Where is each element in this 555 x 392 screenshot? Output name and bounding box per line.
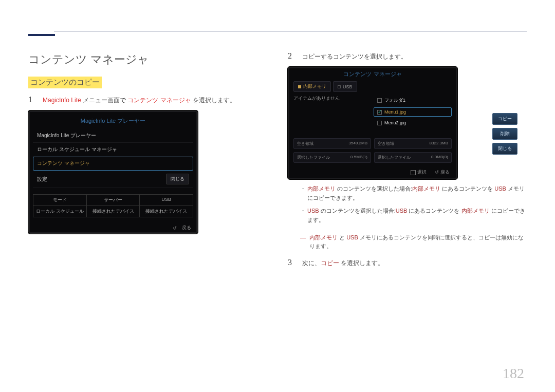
mock1-title: MagicInfo Lite プレーヤー	[33, 114, 193, 129]
mock1-row-content-manager: コンテンツ マネージャ	[33, 157, 193, 171]
mock1-footer: ↻ 戻る	[29, 221, 197, 233]
mock1-subtabs: ローカル スケジュール 接続されたデバイス 接続されたデバイス	[33, 206, 193, 217]
right-column: 2 コピーするコンテンツを選択します。 コンテンツ マネージャ 内部メモリ US…	[288, 52, 527, 273]
header-rule	[54, 31, 527, 31]
mock2-close-button: 閉じる	[492, 143, 517, 155]
return-icon: ↻	[173, 226, 177, 231]
mock2-tab-usb: USB	[333, 81, 357, 92]
mock1-tab-mode: モード	[33, 195, 87, 206]
mock1-row-schedule: ローカル スケジュール マネージャ	[33, 143, 193, 157]
select-icon	[411, 170, 416, 175]
mock2-left-pane: アイテムがありません	[293, 95, 372, 136]
mock2-right-pane: フォルダ1 Menu1.jpg Menu2.jpg	[374, 95, 452, 136]
kw-content-manager: コンテンツ マネージャ	[127, 97, 191, 104]
checkbox-icon	[377, 98, 382, 103]
mock2-title: コンテンツ マネージャ	[288, 67, 457, 81]
mock1-row-settings: 設定 閉じる	[33, 171, 193, 188]
mock1-tabs: モード サーバー USB	[33, 194, 193, 206]
mock1-row-player: MagicInfo Lite プレーヤー	[33, 129, 193, 143]
mock1-close-button: 閉じる	[166, 174, 189, 184]
page-title: コンテンツ マネージャ	[28, 52, 267, 67]
step-number: 1	[28, 96, 35, 104]
mock-screenshot-player: MagicInfo Lite プレーヤー MagicInfo Lite プレーヤ…	[28, 110, 198, 234]
step-text: MagicInfo Lite メニュー画面で コンテンツ マネージャ を選択しま…	[43, 96, 236, 105]
step-text: コピーするコンテンツを選択します。	[302, 52, 407, 62]
mock2-footer: 選択 ↻ 戻る	[288, 166, 457, 179]
mock1-tab-usb: USB	[140, 195, 193, 206]
mock2-delete-button: 削除	[492, 128, 517, 140]
notes-list: 内部メモリ のコンテンツを選択した場合:内部メモリ にあるコンテンツを USB …	[300, 184, 527, 225]
step-2: 2 コピーするコンテンツを選択します。	[288, 52, 527, 62]
page-number: 182	[503, 365, 524, 382]
step-1: 1 MagicInfo Lite メニュー画面で コンテンツ マネージャ を選択…	[28, 96, 267, 105]
left-column: コンテンツ マネージャ コンテンツのコピー 1 MagicInfo Lite メ…	[28, 52, 267, 273]
mock2-sel2: 選択したファイル0.0MB(0)	[374, 152, 452, 163]
mock2-file2: Menu2.jpg	[374, 118, 452, 127]
mock2-free2: 空き領域8322.3MB	[374, 138, 452, 149]
step-3: 3 次に、コピー を選択します。	[288, 258, 527, 268]
note-internal: 内部メモリ のコンテンツを選択した場合:内部メモリ にあるコンテンツを USB …	[300, 184, 527, 202]
dash-note: 内部メモリ と USB メモリにあるコンテンツを同時に選択すると、コピーは無効に…	[300, 233, 527, 251]
mock2-copy-button: コピー	[492, 113, 517, 125]
mock1-sub-local: ローカル スケジュール	[33, 206, 87, 217]
mock2-side-buttons: コピー 削除 閉じる	[492, 113, 517, 155]
return-icon: ↻	[435, 170, 439, 175]
mock2-tab-internal: 内部メモリ	[293, 81, 331, 92]
header-accent	[28, 26, 55, 36]
mock1-sub-dev1: 接続されたデバイス	[87, 206, 140, 217]
checkbox-icon	[377, 110, 382, 115]
radio-icon	[298, 85, 301, 88]
note-usb: USB のコンテンツを選択した場合:USB にあるコンテンツを 内部メモリ にコ…	[300, 207, 527, 225]
step-number: 3	[288, 258, 295, 267]
section-subhead: コンテンツのコピー	[28, 77, 102, 88]
kw-magicinfo: MagicInfo Lite	[43, 97, 81, 104]
checkbox-icon	[377, 121, 382, 125]
mock1-tab-server: サーバー	[87, 195, 140, 206]
mock2-file1: Menu1.jpg	[374, 107, 452, 117]
mock2-sel1: 選択したファイル0.5MB(1)	[293, 152, 371, 163]
mock1-sub-dev2: 接続されたデバイス	[140, 206, 193, 217]
step-text: 次に、コピー を選択します。	[302, 258, 384, 268]
step-number: 2	[288, 52, 295, 60]
radio-icon	[338, 85, 341, 88]
mock2-folder: フォルダ1	[374, 95, 452, 106]
mock-screenshot-content-manager: コンテンツ マネージャ 内部メモリ USB アイテムがありません フォルダ1 M…	[288, 67, 527, 179]
mock1-return-label: 戻る	[182, 225, 191, 231]
mock2-free1: 空き領域3549.2MB	[293, 138, 371, 149]
